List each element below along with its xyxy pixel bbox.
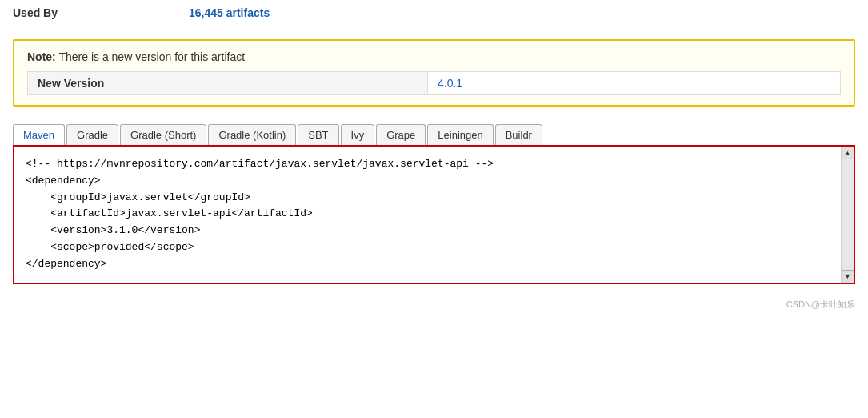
note-title: Note: There is a new version for this ar… xyxy=(27,50,841,63)
scrollbar[interactable]: ▲ ▼ xyxy=(841,147,854,283)
tab-gradle-short[interactable]: Gradle (Short) xyxy=(120,124,206,145)
tab-leiningen[interactable]: Leiningen xyxy=(427,124,493,145)
used-by-row: Used By 16,445 artifacts xyxy=(0,0,868,26)
note-label: Note: xyxy=(27,50,56,63)
tab-gradle-kotlin[interactable]: Gradle (Kotlin) xyxy=(208,124,296,145)
tabs-container: MavenGradleGradle (Short)Gradle (Kotlin)… xyxy=(0,115,868,145)
tab-buildr[interactable]: Buildr xyxy=(495,124,542,145)
note-text: There is a new version for this artifact xyxy=(56,50,245,63)
tab-ivy[interactable]: Ivy xyxy=(341,124,375,145)
note-box: Note: There is a new version for this ar… xyxy=(13,39,855,107)
page-wrapper: Used By 16,445 artifacts Note: There is … xyxy=(0,0,868,418)
tab-grape[interactable]: Grape xyxy=(376,124,426,145)
code-area: <!-- https://mvnrepository.com/artifact/… xyxy=(14,147,841,283)
new-version-label: New Version xyxy=(28,72,428,94)
scrollbar-down-button[interactable]: ▼ xyxy=(842,270,854,283)
scrollbar-up-button[interactable]: ▲ xyxy=(842,147,854,159)
watermark: CSDN@卡叶知乐 xyxy=(0,297,868,314)
new-version-row: New Version 4.0.1 xyxy=(27,71,841,95)
used-by-value[interactable]: 16,445 artifacts xyxy=(189,6,270,19)
tab-gradle[interactable]: Gradle xyxy=(66,124,118,145)
new-version-value: 4.0.1 xyxy=(428,72,472,94)
scrollbar-track xyxy=(842,159,854,270)
used-by-label: Used By xyxy=(13,6,189,19)
code-container: <!-- https://mvnrepository.com/artifact/… xyxy=(13,145,855,284)
tab-maven[interactable]: Maven xyxy=(13,124,65,145)
tab-sbt[interactable]: SBT xyxy=(298,124,338,145)
